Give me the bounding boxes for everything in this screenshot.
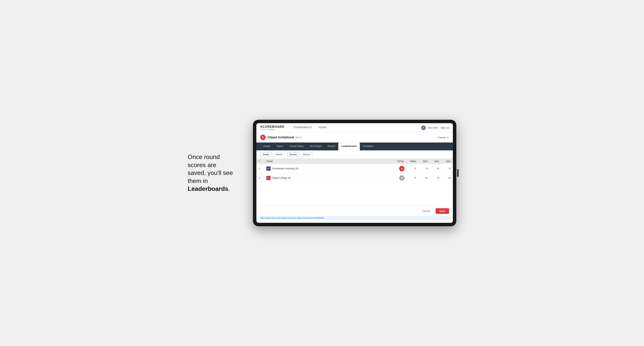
- sub-tabs: Details Teams Course Setup Tee Groups Re…: [256, 143, 453, 150]
- close-icon[interactable]: ✕: [447, 136, 449, 139]
- left-line5-end: .: [228, 185, 230, 192]
- left-line3: saved, you'll see: [188, 169, 233, 176]
- rd2-cell: -8: [430, 173, 441, 183]
- page-wrapper: Once round scores are saved, you'll see …: [188, 120, 456, 226]
- team-name-cell: C Clippd College [A]: [264, 173, 392, 183]
- empty-space: [256, 183, 453, 206]
- total-cell: -5: [392, 164, 407, 173]
- team-logo: SU: [266, 167, 270, 171]
- tab-printables[interactable]: Printables: [360, 143, 376, 150]
- user-avatar: S: [421, 126, 426, 130]
- col-team: TEAM: [264, 159, 392, 164]
- sign-out-link[interactable]: Sign out: [440, 127, 449, 129]
- col-rank: #: [256, 159, 264, 164]
- col-rd3: RD3: [441, 159, 453, 164]
- nav-links: TOURNAMENTS TEAMS: [290, 123, 330, 132]
- team-name-cell: SU Scoreboard University [A]: [264, 164, 392, 173]
- tournament-subtitle: (Men): [295, 136, 302, 139]
- team-logo: C: [266, 176, 270, 180]
- nav-tournaments[interactable]: TOURNAMENTS: [290, 123, 315, 132]
- rank-cell: 2: [256, 173, 264, 183]
- team-name: Scoreboard University [A]: [272, 167, 298, 170]
- logo-sub: Powered by clippd: [260, 129, 284, 131]
- filter-players[interactable]: Players: [273, 152, 285, 157]
- rank-cell: 1: [256, 164, 264, 173]
- table-row: 2 C Clippd College [A] +3 F +8 -8 +3: [256, 173, 453, 183]
- tab-leaderboards[interactable]: Leaderboards: [338, 143, 360, 150]
- col-rd1: RD1: [418, 159, 430, 164]
- nav-teams[interactable]: TEAMS: [315, 123, 330, 132]
- col-thru: THRU: [407, 159, 418, 164]
- left-line2: scores are: [188, 162, 216, 169]
- cancel-button[interactable]: Cancel: [419, 208, 434, 214]
- team-name: Clippd College [A]: [272, 177, 290, 179]
- user-name: Test User |: [428, 127, 439, 129]
- url-bar: https://stage-blue-coach.stagescore boar…: [256, 216, 453, 220]
- rd3-cell: -6: [441, 164, 453, 173]
- leaderboard-table: # TEAM TOTAL THRU RD1 RD2 RD3 1 SU Score…: [256, 159, 453, 183]
- col-total: TOTAL: [392, 159, 407, 164]
- top-nav: SCOREBOARD Powered by clippd TOURNAMENTS…: [256, 123, 453, 132]
- header-cancel-button[interactable]: Cancel ✕: [438, 136, 449, 139]
- filter-strokes[interactable]: Strokes: [300, 152, 312, 157]
- col-rd2: RD2: [430, 159, 441, 164]
- tournament-title: Clippd Invitational: [268, 136, 294, 139]
- tournament-icon: C: [260, 135, 266, 140]
- table-row: 1 SU Scoreboard University [A] -5 F -4 +…: [256, 164, 453, 173]
- header-cancel-label: Cancel: [438, 136, 446, 139]
- thru-cell: F: [407, 164, 418, 173]
- tab-course-setup[interactable]: Course Setup: [286, 143, 306, 150]
- tab-teams[interactable]: Teams: [274, 143, 286, 150]
- logo-brand: clippd: [270, 129, 274, 131]
- tab-results[interactable]: Results: [324, 143, 338, 150]
- left-line5-bold: Leaderboards: [188, 185, 228, 192]
- thru-cell: F: [407, 173, 418, 183]
- score-badge: +3: [399, 175, 404, 181]
- tab-details[interactable]: Details: [260, 143, 274, 150]
- left-line1: Once round: [188, 154, 220, 160]
- filter-scores[interactable]: Scores: [287, 152, 299, 157]
- tablet-screen: SCOREBOARD Powered by clippd TOURNAMENTS…: [256, 123, 453, 223]
- logo-area: SCOREBOARD Powered by clippd: [260, 125, 284, 131]
- modal-footer: Cancel Save: [256, 206, 453, 216]
- filter-row: Teams Players Scores Strokes: [256, 150, 453, 159]
- rd3-cell: +3: [441, 173, 453, 183]
- rd1-cell: -4: [418, 164, 430, 173]
- tournament-header: C Clippd Invitational (Men) Cancel ✕: [256, 132, 453, 143]
- total-cell: +3: [392, 173, 407, 183]
- left-line4: them in: [188, 177, 208, 184]
- table-header-row: # TEAM TOTAL THRU RD1 RD2 RD3: [256, 159, 453, 164]
- rd2-cell: +5: [430, 164, 441, 173]
- logo-text: SCOREBOARD: [260, 125, 284, 129]
- nav-right: S Test User | Sign out: [421, 126, 449, 130]
- rd1-cell: +8: [418, 173, 430, 183]
- filter-teams[interactable]: Teams: [260, 152, 272, 157]
- left-description: Once round scores are saved, you'll see …: [188, 153, 242, 193]
- tablet-button: [457, 169, 459, 177]
- tab-tee-groups[interactable]: Tee Groups: [306, 143, 324, 150]
- score-badge: -5: [399, 166, 404, 171]
- tablet-device: SCOREBOARD Powered by clippd TOURNAMENTS…: [253, 120, 456, 226]
- save-button[interactable]: Save: [436, 208, 449, 214]
